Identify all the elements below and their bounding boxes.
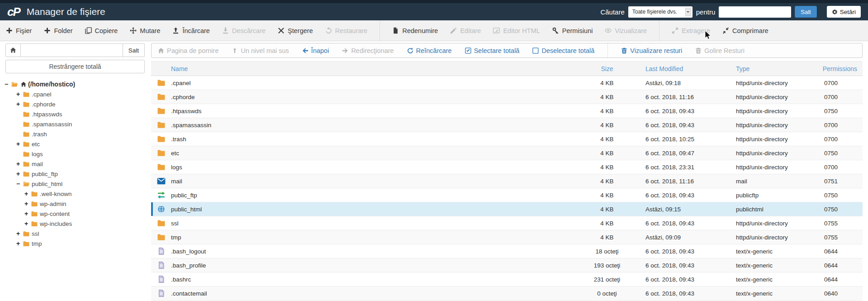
column-header-last-modified[interactable]: Last Modified bbox=[641, 65, 731, 72]
tree-expander-icon[interactable]: + bbox=[24, 220, 31, 227]
tree-expander-icon[interactable]: − bbox=[5, 81, 11, 87]
tree-item-wp-admin[interactable]: +wp-admin bbox=[0, 199, 151, 209]
path-jump-group: Salt bbox=[5, 43, 145, 57]
toolbar-button-tergere[interactable]: Ştergere bbox=[278, 27, 313, 34]
navbar-button-deselectare-total[interactable]: Deselectare totală bbox=[532, 47, 594, 54]
trash-icon bbox=[695, 48, 702, 54]
navigation-toolbar: Pagina de pornireUn nivel mai susÎnapoiR… bbox=[151, 43, 863, 58]
toolbar-button-redenumire[interactable]: Redenumire bbox=[392, 27, 438, 34]
tree-expander-icon[interactable]: + bbox=[16, 91, 23, 97]
toolbar-button-folder[interactable]: Folder bbox=[44, 27, 72, 34]
folder-icon bbox=[23, 131, 30, 137]
tree-expander-icon[interactable]: + bbox=[24, 191, 31, 197]
file-row-cphorde[interactable]: .cphorde4 KB6 oct. 2018, 11:16httpd/unix… bbox=[151, 90, 863, 104]
path-go-button[interactable]: Salt bbox=[123, 43, 145, 57]
column-header-size[interactable]: Size bbox=[573, 65, 641, 72]
folder-icon bbox=[31, 191, 38, 197]
tree-item-logs[interactable]: logs bbox=[0, 149, 151, 159]
tree-item-etc[interactable]: +etc bbox=[0, 139, 151, 149]
tree-expander-icon[interactable]: + bbox=[16, 240, 23, 247]
file-row-bashrc[interactable]: .bashrc231 octeţi6 oct. 2018, 09:43text/… bbox=[151, 272, 863, 287]
tree-item-htpasswds[interactable]: .htpasswds bbox=[0, 109, 151, 119]
file-row-ssl[interactable]: ssl4 KB6 oct. 2018, 09:43httpd/unix-dire… bbox=[151, 216, 863, 230]
file-row-bash-logout[interactable]: .bash_logout18 octeţi6 oct. 2018, 09:43t… bbox=[151, 244, 863, 258]
tree-item-spamassassin[interactable]: .spamassassin bbox=[0, 119, 151, 129]
tree-expander-icon[interactable]: + bbox=[24, 201, 31, 207]
folder-icon bbox=[157, 149, 166, 157]
file-row-mail[interactable]: mail4 KB6 oct. 2018, 11:16mail0751 bbox=[151, 174, 863, 188]
file-row-htpasswds[interactable]: .htpasswds4 KB6 oct. 2018, 09:43httpd/un… bbox=[151, 104, 863, 118]
tree-expander-icon[interactable]: + bbox=[16, 101, 23, 107]
navbar-button-vizualizare-resturi[interactable]: Vizualizare resturi bbox=[621, 47, 682, 54]
tree-expander-icon[interactable]: + bbox=[16, 171, 23, 177]
tree-item-cphorde[interactable]: +.cphorde bbox=[0, 99, 151, 109]
toolbar-button-comprimare[interactable]: Comprimare bbox=[722, 27, 768, 34]
tree-item-mail[interactable]: +mail bbox=[0, 159, 151, 169]
tree-item-ssl[interactable]: +ssl bbox=[0, 229, 151, 239]
tree-item-cpanel[interactable]: +.cpanel bbox=[0, 89, 151, 99]
tree-expander-icon[interactable]: + bbox=[24, 210, 31, 217]
folder-icon bbox=[23, 121, 30, 127]
search-scope-select[interactable]: Toate fişierele dvs. bbox=[628, 6, 693, 18]
toolbar-button-copiere[interactable]: Copiere bbox=[85, 27, 118, 34]
collapse-all-button[interactable]: Restrângere totală bbox=[5, 60, 145, 73]
file-row-tmp[interactable]: tmp4 KBAstăzi, 09:09httpd/unix-directory… bbox=[151, 230, 863, 244]
html-editor-icon bbox=[493, 27, 500, 34]
file-row-bash-profile[interactable]: .bash_profile193 octeţi6 oct. 2018, 09:4… bbox=[151, 258, 863, 272]
toolbar-button-mutare[interactable]: Mutare bbox=[130, 27, 160, 34]
tree-expander-icon[interactable]: + bbox=[16, 141, 23, 147]
folder-icon bbox=[23, 171, 30, 177]
rename-icon bbox=[392, 27, 399, 34]
tree-item-home-hostico[interactable]: −(/home/hostico) bbox=[0, 79, 151, 89]
gear-icon bbox=[832, 9, 838, 15]
plus-icon bbox=[44, 27, 51, 34]
file-row-cpanel[interactable]: .cpanel4 KBAstăzi, 09:18httpd/unix-direc… bbox=[151, 76, 863, 90]
search-go-button[interactable]: Salt bbox=[795, 6, 816, 18]
restore-icon bbox=[325, 27, 332, 34]
tree-expander-icon[interactable]: + bbox=[16, 161, 23, 167]
folder-icon bbox=[31, 201, 38, 207]
toolbar-button-fi-ier[interactable]: Fişier bbox=[6, 27, 32, 34]
file-row-contactemail[interactable]: .contactemail0 octeţi6 oct. 2018, 09:43t… bbox=[151, 287, 863, 301]
folder-icon bbox=[157, 107, 166, 115]
file-row-public-html[interactable]: public_html4 KBAstăzi, 09:15publichtml07… bbox=[151, 202, 863, 216]
tree-item-wp-includes[interactable]: +wp-includes bbox=[0, 219, 151, 229]
tree-item-tmp[interactable]: +tmp bbox=[0, 239, 151, 248]
settings-button-label: Setări bbox=[840, 9, 856, 15]
eye-icon bbox=[605, 27, 612, 34]
tree-item-well-known[interactable]: +.well-known bbox=[0, 189, 151, 199]
search-input[interactable] bbox=[719, 6, 791, 18]
file-row-etc[interactable]: etc4 KB6 oct. 2018, 09:47httpd/unix-dire… bbox=[151, 146, 863, 160]
file-row-logs[interactable]: logs4 KB6 oct. 2018, 23:31httpd/unix-dir… bbox=[151, 160, 863, 174]
tree-item-public-ftp[interactable]: +public_ftp bbox=[0, 169, 151, 179]
header-search: Căutare Toate fişierele dvs. pentru Salt… bbox=[600, 6, 861, 18]
folder-icon bbox=[23, 111, 30, 117]
folder-icon bbox=[23, 151, 30, 157]
tree-item-wp-content[interactable]: +wp-content bbox=[0, 209, 151, 219]
file-row-spamassassin[interactable]: .spamassassin4 KB6 oct. 2018, 09:43httpd… bbox=[151, 118, 863, 132]
file-row-trash[interactable]: .trash4 KB6 oct. 2018, 10:25httpd/unix-d… bbox=[151, 132, 863, 146]
delete-icon bbox=[278, 27, 285, 34]
column-header-name[interactable]: Name bbox=[171, 65, 573, 72]
tree-item-public-html[interactable]: −public_html bbox=[0, 179, 151, 189]
navbar-button-selectare-total[interactable]: Selectare totală bbox=[465, 47, 520, 54]
tree-expander-icon[interactable]: + bbox=[16, 230, 23, 237]
folder-icon bbox=[23, 231, 30, 237]
column-header-permissions[interactable]: Permissions bbox=[817, 65, 863, 72]
navbar-button-re-nc-rcare[interactable]: Reîncărcare bbox=[407, 47, 452, 54]
file-row-public-ftp[interactable]: public_ftp4 KB6 oct. 2018, 09:43publicft… bbox=[151, 188, 863, 202]
up-level-icon bbox=[232, 48, 238, 54]
toolbar-button-nc-rcare[interactable]: Încărcare bbox=[172, 27, 209, 34]
column-header-type[interactable]: Type bbox=[731, 65, 817, 72]
settings-button[interactable]: Setări bbox=[827, 6, 861, 18]
folder-icon bbox=[157, 220, 166, 227]
toolbar-button-permisiuni[interactable]: Permisiuni bbox=[552, 27, 593, 34]
tree-item-trash[interactable]: .trash bbox=[0, 129, 151, 139]
navbar-button-napoi[interactable]: Înapoi bbox=[302, 47, 329, 54]
path-input[interactable] bbox=[21, 43, 123, 57]
navbar-button-pagina-de-pornire: Pagina de pornire bbox=[158, 47, 218, 54]
toolbar-separator bbox=[659, 20, 659, 41]
tree-expander-icon[interactable]: − bbox=[16, 181, 23, 187]
folder-icon bbox=[23, 161, 30, 167]
path-home-button[interactable] bbox=[5, 43, 21, 57]
